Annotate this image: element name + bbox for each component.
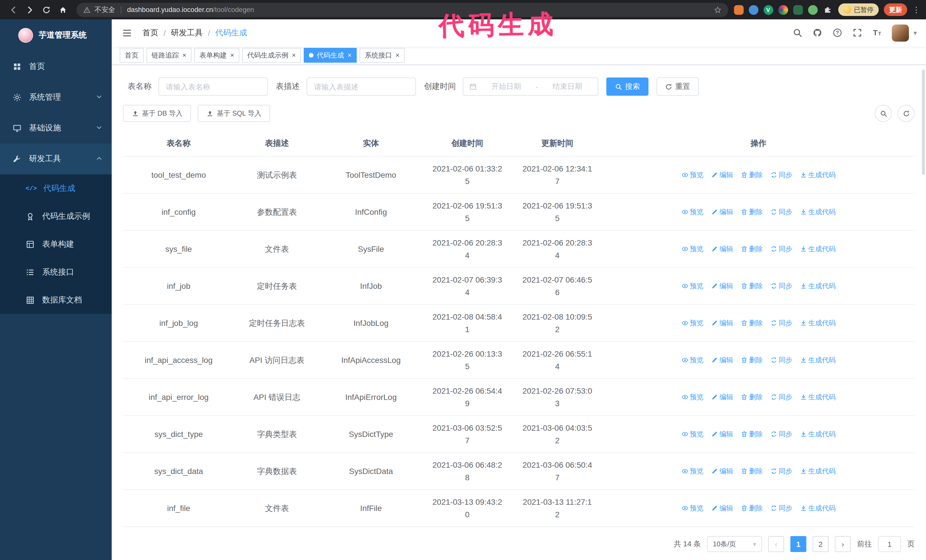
forward-icon[interactable] — [22, 2, 38, 17]
delete-link[interactable]: 删除 — [740, 428, 763, 440]
sync-link[interactable]: 同步 — [770, 465, 792, 477]
tab-home[interactable]: 首页 — [120, 48, 144, 63]
sync-link[interactable]: 同步 — [770, 502, 792, 515]
prev-page-button[interactable]: ‹ — [768, 536, 784, 552]
delete-link[interactable]: 删除 — [740, 243, 763, 255]
preview-link[interactable]: 预览 — [681, 206, 704, 218]
sync-link[interactable]: 同步 — [770, 317, 792, 329]
toggle-search-button[interactable] — [875, 105, 892, 122]
delete-link[interactable]: 删除 — [740, 169, 763, 181]
profile-chip[interactable]: 已暂停 — [838, 3, 879, 16]
delete-link[interactable]: 删除 — [740, 502, 763, 515]
preview-link[interactable]: 预览 — [681, 502, 704, 515]
sidebar-item-infra[interactable]: 基础设施 — [0, 113, 112, 143]
preview-link[interactable]: 预览 — [681, 169, 704, 181]
edit-link[interactable]: 编辑 — [711, 280, 733, 292]
search-icon[interactable] — [792, 27, 803, 39]
sync-link[interactable]: 同步 — [770, 169, 792, 181]
import-sql-button[interactable]: 基于 SQL 导入 — [198, 105, 270, 122]
import-db-button[interactable]: 基于 DB 导入 — [123, 105, 191, 122]
sidebar-item-system-api[interactable]: 系统接口 — [0, 258, 112, 286]
close-icon[interactable]: × — [395, 52, 399, 59]
browser-extension-icon[interactable] — [793, 5, 803, 15]
edit-link[interactable]: 编辑 — [711, 428, 733, 440]
font-size-icon[interactable]: TT — [872, 27, 883, 39]
table-desc-input[interactable] — [307, 77, 416, 96]
edit-link[interactable]: 编辑 — [711, 502, 733, 515]
sidebar-item-home[interactable]: 首页 — [0, 51, 112, 82]
browser-extension-icon[interactable] — [778, 5, 788, 15]
sidebar-item-codegen[interactable]: </> 代码生成 — [0, 174, 112, 202]
reload-icon[interactable] — [39, 2, 54, 17]
sync-link[interactable]: 同步 — [770, 206, 792, 218]
update-button[interactable]: 更新 — [884, 3, 907, 16]
edit-link[interactable]: 编辑 — [711, 317, 733, 329]
close-icon[interactable]: × — [292, 52, 296, 59]
browser-extension-icon[interactable] — [808, 5, 817, 15]
tab-codegen-example[interactable]: 代码生成示例× — [242, 48, 301, 63]
sync-link[interactable]: 同步 — [770, 354, 792, 366]
reset-button[interactable]: 重置 — [657, 77, 699, 96]
hamburger-icon[interactable] — [121, 27, 133, 39]
edit-link[interactable]: 编辑 — [711, 391, 733, 403]
sidebar-item-db-doc[interactable]: 数据库文档 — [0, 286, 112, 314]
fullscreen-icon[interactable] — [852, 27, 863, 39]
preview-link[interactable]: 预览 — [681, 317, 704, 329]
tab-system-api[interactable]: 系统接口× — [360, 48, 405, 63]
sync-link[interactable]: 同步 — [770, 428, 792, 440]
delete-link[interactable]: 删除 — [740, 465, 763, 477]
preview-link[interactable]: 预览 — [681, 391, 704, 403]
sidebar-item-form-builder[interactable]: 表单构建 — [0, 230, 112, 258]
close-icon[interactable]: × — [348, 52, 352, 59]
sidebar-item-codegen-example[interactable]: 代码生成示例 — [0, 202, 112, 230]
delete-link[interactable]: 删除 — [740, 280, 763, 292]
goto-page-input[interactable] — [878, 536, 901, 552]
edit-link[interactable]: 编辑 — [711, 243, 733, 255]
sync-link[interactable]: 同步 — [770, 243, 792, 255]
preview-link[interactable]: 预览 — [681, 280, 704, 292]
generate-link[interactable]: 生成代码 — [800, 354, 836, 366]
preview-link[interactable]: 预览 — [681, 465, 704, 477]
date-range-picker[interactable]: 开始日期 - 结束日期 — [463, 77, 598, 96]
delete-link[interactable]: 删除 — [740, 391, 763, 403]
puzzle-icon[interactable] — [823, 5, 832, 15]
delete-link[interactable]: 删除 — [740, 354, 763, 366]
back-icon[interactable] — [6, 2, 21, 17]
search-button[interactable]: 搜索 — [606, 77, 649, 96]
tab-codegen[interactable]: 代码生成× — [304, 48, 357, 63]
page-size-select[interactable]: 10条/页 ▾ — [707, 536, 762, 552]
generate-link[interactable]: 生成代码 — [800, 317, 836, 329]
generate-link[interactable]: 生成代码 — [800, 169, 836, 181]
preview-link[interactable]: 预览 — [681, 428, 704, 440]
generate-link[interactable]: 生成代码 — [800, 502, 836, 515]
generate-link[interactable]: 生成代码 — [800, 465, 836, 477]
edit-link[interactable]: 编辑 — [711, 354, 733, 366]
generate-link[interactable]: 生成代码 — [800, 428, 836, 440]
address-bar[interactable]: 不安全 dashboard.yudao.iocoder.cn/tool/code… — [76, 3, 728, 17]
table-name-input[interactable] — [159, 77, 268, 96]
menu-dots-icon[interactable]: ⋮ — [912, 5, 920, 14]
tab-tracing[interactable]: 链路追踪× — [147, 48, 191, 63]
delete-link[interactable]: 删除 — [740, 206, 763, 218]
sidebar-item-devtools[interactable]: 研发工具 — [0, 143, 112, 174]
sidebar-item-system[interactable]: 系统管理 — [0, 82, 112, 113]
sync-link[interactable]: 同步 — [770, 391, 792, 403]
browser-extension-icon[interactable] — [749, 5, 758, 15]
breadcrumb-item[interactable]: 首页 — [142, 28, 159, 38]
next-page-button[interactable]: › — [835, 536, 851, 552]
user-avatar[interactable] — [892, 24, 909, 42]
generate-link[interactable]: 生成代码 — [800, 243, 836, 255]
page-button-2[interactable]: 2 — [813, 536, 829, 552]
close-icon[interactable]: × — [182, 52, 186, 59]
generate-link[interactable]: 生成代码 — [800, 280, 836, 292]
edit-link[interactable]: 编辑 — [711, 169, 733, 181]
edit-link[interactable]: 编辑 — [711, 465, 733, 477]
generate-link[interactable]: 生成代码 — [800, 206, 836, 218]
page-button-1[interactable]: 1 — [790, 536, 806, 552]
help-icon[interactable]: ? — [832, 27, 843, 39]
caret-down-icon[interactable]: ▾ — [914, 29, 917, 37]
home-icon[interactable] — [55, 2, 71, 17]
scrollbar[interactable] — [922, 69, 925, 175]
star-icon[interactable] — [714, 6, 721, 14]
delete-link[interactable]: 删除 — [740, 317, 763, 329]
